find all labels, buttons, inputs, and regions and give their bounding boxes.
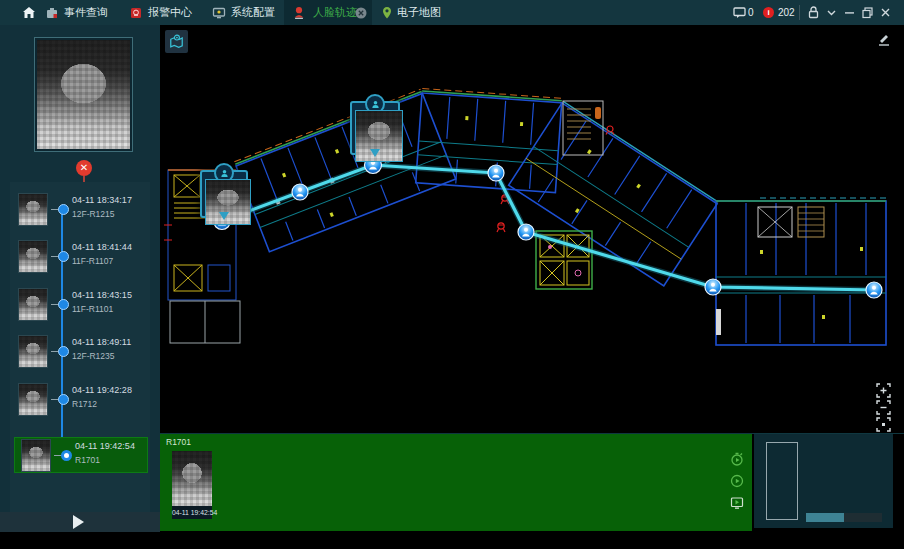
home-icon[interactable] — [22, 6, 36, 20]
preview-panel — [754, 434, 893, 528]
timeline-time: 04-11 19:42:28 — [72, 385, 132, 395]
popup-pointer — [219, 212, 229, 225]
play-button[interactable] — [73, 515, 84, 529]
target-portrait — [34, 37, 133, 152]
sidebar: ✕ 04-11 18:34:17 12F-R1215 04-11 18:41:4… — [0, 25, 160, 532]
timeline-thumb — [19, 241, 47, 272]
timeline-location: R1712 — [72, 399, 97, 409]
tab-event-query[interactable]: 事件查询 — [64, 0, 108, 25]
timeline-time: 04-11 18:43:15 — [72, 290, 132, 300]
timeline-node — [58, 394, 69, 405]
playback-bar — [0, 512, 160, 532]
floor-plan — [160, 25, 904, 433]
timeline-node — [58, 299, 69, 310]
alarm-center-icon — [129, 6, 143, 20]
edit-map-icon[interactable] — [876, 32, 890, 46]
maximize-icon[interactable] — [860, 5, 875, 20]
timeline-time: 04-11 18:41:44 — [72, 242, 132, 252]
lock-icon[interactable] — [806, 5, 821, 20]
minimize-icon[interactable] — [842, 5, 857, 20]
event-query-icon — [45, 6, 59, 20]
close-window-icon[interactable] — [878, 5, 893, 20]
annex — [716, 198, 886, 345]
message-icon[interactable] — [733, 7, 746, 19]
timeline-time: 04-11 18:34:17 — [72, 195, 132, 205]
close-tab-icon[interactable] — [355, 7, 367, 19]
capture-time: 04-11 19:42:54 — [172, 506, 212, 519]
tab-system-config[interactable]: 系统配置 — [231, 0, 275, 25]
target-portrait-photo — [37, 40, 130, 149]
map-layers-button[interactable] — [165, 30, 188, 53]
timeline-location: 11F-R1107 — [72, 256, 113, 266]
app-window: { "titlebar": { "tabs": [ {"label": "事件查… — [0, 0, 904, 549]
timeline-node — [58, 251, 69, 262]
zoom-in-button[interactable] — [876, 383, 891, 398]
replay-icon[interactable] — [730, 474, 744, 488]
popup-pointer — [370, 149, 380, 162]
alert-icon[interactable]: i — [763, 7, 774, 18]
timeline-node — [58, 346, 69, 357]
timeline-thumb — [22, 440, 50, 471]
detail-panel-title: R1701 — [166, 437, 191, 447]
timeline-node — [58, 204, 69, 215]
tab-alarm-center[interactable]: 报警中心 — [148, 0, 192, 25]
message-count: 0 — [748, 0, 754, 25]
timed-playback-icon[interactable] — [730, 452, 744, 466]
zoom-reset-button[interactable] — [876, 417, 891, 432]
titlebar-divider — [799, 5, 800, 20]
titlebar: 事件查询 报警中心 系统配置 人脸轨迹 电子地图 0 i 202 — [0, 0, 904, 26]
timeline-location: 12F-R1215 — [72, 209, 115, 219]
map-area[interactable] — [160, 25, 904, 433]
timeline-time: 04-11 18:49:11 — [72, 337, 131, 347]
remove-target-button[interactable]: ✕ — [76, 160, 92, 176]
e-map-icon — [380, 6, 394, 20]
timeline-thumb — [19, 289, 47, 320]
timeline-thumb — [19, 384, 47, 415]
track-face-popup[interactable] — [350, 101, 400, 155]
timeline-item-active[interactable]: 04-11 19:42:54 R1701 — [14, 437, 148, 473]
face-track-icon — [292, 6, 306, 20]
timeline-item[interactable]: 04-11 19:42:28 R1712 — [12, 382, 148, 418]
timeline-item[interactable]: 04-11 18:43:15 11F-R1101 — [12, 287, 148, 323]
track-face-popup[interactable] — [200, 170, 248, 218]
preview-placeholder — [766, 442, 798, 520]
capture-photo — [172, 451, 212, 506]
timeline-item[interactable]: 04-11 18:49:11 12F-R1235 — [12, 334, 148, 370]
video-playback-icon[interactable] — [730, 496, 744, 510]
timeline-thumb — [19, 336, 47, 367]
progress-fill — [806, 513, 844, 522]
timeline-location: 11F-R1101 — [72, 304, 113, 314]
map-pin-icon — [169, 34, 184, 49]
zoom-out-button[interactable] — [876, 400, 891, 415]
timeline-node-current — [61, 450, 72, 461]
capture-detail-panel: R1701 04-11 19:42:54 — [160, 434, 752, 531]
progress-bar[interactable] — [806, 513, 882, 522]
tab-e-map[interactable]: 电子地图 — [397, 0, 441, 25]
capture-snapshot[interactable]: 04-11 19:42:54 — [172, 451, 212, 519]
timeline-location: R1701 — [75, 455, 100, 465]
alert-count: 202 — [778, 0, 795, 25]
chevron-down-icon[interactable] — [824, 5, 839, 20]
timeline-item[interactable]: 04-11 18:41:44 11F-R1107 — [12, 239, 148, 275]
timeline-panel: 04-11 18:34:17 12F-R1215 04-11 18:41:44 … — [10, 182, 150, 512]
timeline-item[interactable]: 04-11 18:34:17 12F-R1215 — [12, 192, 148, 228]
timeline-time: 04-11 19:42:54 — [75, 441, 135, 451]
timeline-thumb — [19, 194, 47, 225]
tab-face-track[interactable]: 人脸轨迹 — [313, 0, 357, 25]
system-config-icon — [212, 6, 226, 20]
timeline-location: 12F-R1235 — [72, 351, 115, 361]
